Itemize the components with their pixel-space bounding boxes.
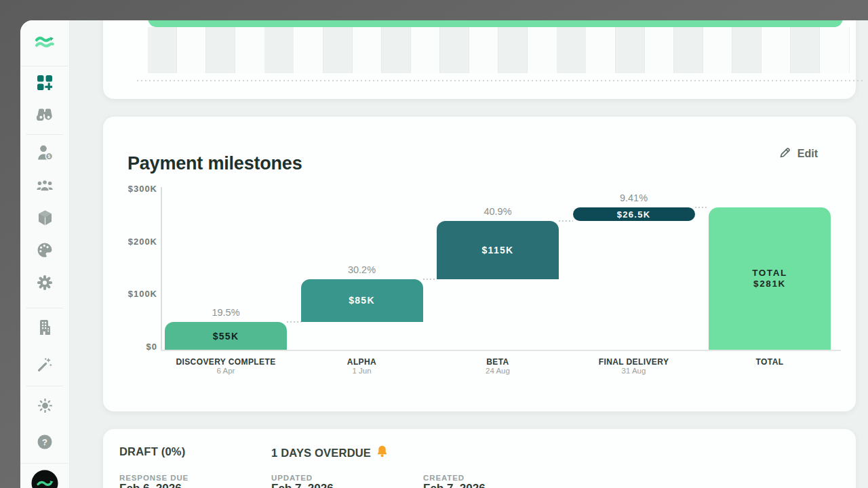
binoculars-icon bbox=[37, 108, 53, 123]
people-group-icon bbox=[37, 180, 53, 194]
sidebar-item-discover[interactable] bbox=[20, 104, 69, 128]
app-window: $ bbox=[20, 20, 868, 488]
sidebar-item-help[interactable]: ? bbox=[20, 431, 69, 455]
package-cube-icon bbox=[38, 210, 52, 228]
sidebar-item-clients[interactable]: $ bbox=[20, 142, 69, 166]
waterfall-chart: $300K$200K$100K$0$55K19.5%DISCOVERY COMP… bbox=[127, 182, 848, 385]
sidebar-divider bbox=[20, 66, 68, 66]
x-axis-date: 6 Apr bbox=[158, 367, 294, 375]
status-badge: DRAFT (0%) bbox=[119, 445, 185, 458]
milestone-bar: $26.5K bbox=[573, 207, 695, 221]
y-tick-label: $0 bbox=[127, 342, 157, 352]
total-value: $281K bbox=[753, 279, 786, 289]
status-card: DRAFT (0%) 1 DAYS OVERDUE RESPONSE DUE F… bbox=[103, 429, 856, 488]
percent-label: 19.5% bbox=[165, 307, 287, 318]
sidebar-item-appearance[interactable] bbox=[20, 239, 69, 264]
sidebar-item-company[interactable] bbox=[20, 317, 69, 341]
sidebar-item-automations[interactable] bbox=[20, 354, 69, 378]
x-axis-category: ALPHA bbox=[294, 357, 430, 367]
app-logo[interactable] bbox=[20, 31, 69, 56]
payment-milestones-card: Payment milestones Edit $300K$200K$100K$… bbox=[103, 117, 856, 411]
edit-label: Edit bbox=[797, 148, 818, 160]
connector-dotted-line bbox=[287, 321, 301, 323]
connector-dotted-line bbox=[423, 279, 437, 280]
milestone-bar: $55K bbox=[165, 322, 287, 350]
timeline-bar bbox=[148, 20, 843, 27]
brightness-sun-icon bbox=[38, 399, 52, 415]
magic-wand-icon bbox=[37, 357, 52, 375]
timeline-dotted-divider bbox=[137, 80, 865, 82]
x-axis-category: BETA bbox=[430, 357, 566, 367]
timeline-card bbox=[103, 20, 856, 99]
milestone-bar: $115K bbox=[437, 221, 559, 279]
dashboard-add-icon bbox=[37, 75, 52, 93]
person-dollar-icon: $ bbox=[37, 145, 53, 163]
total-label: TOTAL bbox=[752, 268, 787, 279]
timeline-grid bbox=[148, 27, 850, 73]
user-avatar[interactable] bbox=[20, 470, 69, 488]
card-title: Payment milestones bbox=[127, 153, 302, 174]
field-label-response-due: RESPONSE DUE bbox=[119, 474, 189, 482]
sidebar-item-theme[interactable] bbox=[20, 394, 69, 419]
sidebar-divider bbox=[26, 308, 63, 308]
sidebar-item-settings[interactable] bbox=[20, 272, 69, 296]
y-tick-label: $200K bbox=[127, 236, 157, 246]
x-axis-category: FINAL DELIVERY bbox=[566, 357, 702, 367]
palette-icon bbox=[37, 243, 52, 260]
y-tick-label: $100K bbox=[127, 289, 157, 299]
field-label-updated: UPDATED bbox=[271, 474, 313, 482]
percent-label: 30.2% bbox=[301, 264, 423, 275]
sidebar-divider bbox=[26, 386, 63, 386]
field-value-created: Feb 7, 2026 bbox=[423, 482, 486, 488]
connector-dotted-line bbox=[695, 207, 709, 208]
x-axis-category: DISCOVERY COMPLETE bbox=[158, 357, 294, 367]
sidebar: $ bbox=[20, 20, 70, 488]
bell-icon bbox=[377, 445, 387, 460]
logo-waves-icon bbox=[35, 35, 55, 52]
sidebar-divider bbox=[20, 463, 68, 464]
sidebar-item-team[interactable] bbox=[20, 174, 69, 199]
svg-text:?: ? bbox=[42, 437, 47, 447]
percent-label: 40.9% bbox=[437, 206, 559, 217]
overdue-label: 1 DAYS OVERDUE bbox=[271, 447, 371, 460]
total-bar: TOTAL$281K bbox=[709, 207, 831, 350]
screen: $ bbox=[0, 0, 868, 488]
avatar-logo-icon bbox=[31, 470, 58, 488]
bell-body bbox=[378, 446, 387, 455]
sidebar-divider bbox=[26, 134, 63, 135]
field-value-response-due: Feb 6, 2026 bbox=[119, 482, 182, 488]
x-axis-category: TOTAL bbox=[702, 357, 837, 367]
x-axis-date: 24 Aug bbox=[430, 367, 566, 375]
sidebar-item-products[interactable] bbox=[20, 207, 69, 231]
sidebar-item-dashboard[interactable] bbox=[20, 72, 69, 96]
field-label-created: CREATED bbox=[423, 474, 465, 482]
milestone-bar: $85K bbox=[301, 279, 423, 322]
help-icon: ? bbox=[37, 434, 52, 452]
overdue-status: 1 DAYS OVERDUE bbox=[271, 445, 387, 460]
x-axis-date: 1 Jun bbox=[294, 367, 430, 375]
percent-label: 9.41% bbox=[573, 192, 695, 203]
field-value-updated: Feb 7, 2026 bbox=[271, 482, 334, 488]
building-icon bbox=[39, 320, 52, 338]
pencil-icon bbox=[779, 146, 791, 161]
edit-button[interactable]: Edit bbox=[779, 146, 818, 161]
y-axis-line bbox=[161, 187, 162, 350]
x-axis-baseline bbox=[161, 350, 841, 351]
x-axis-date: 31 Aug bbox=[566, 367, 702, 375]
y-tick-label: $300K bbox=[127, 184, 157, 194]
connector-dotted-line bbox=[559, 220, 573, 222]
gear-icon bbox=[37, 275, 52, 293]
